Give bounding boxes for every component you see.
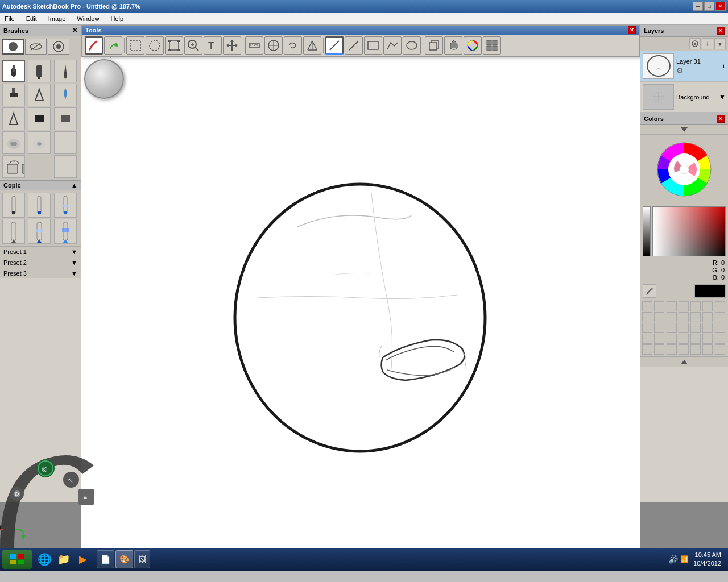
tray-volume[interactable]: 📶: [680, 555, 689, 563]
swatch-34[interactable]: [702, 344, 713, 355]
swatch-17[interactable]: [667, 323, 677, 333]
brush-cell-square-med[interactable]: [54, 107, 77, 130]
swatch-10[interactable]: [667, 312, 677, 322]
copic-cell-3[interactable]: [54, 193, 77, 218]
swatch-5[interactable]: [690, 301, 701, 311]
tool-ruler[interactable]: [245, 36, 263, 55]
brush-cell-tri-outline[interactable]: [2, 107, 25, 130]
menu-file[interactable]: File: [2, 14, 17, 23]
swatch-16[interactable]: [654, 323, 664, 333]
current-color-box[interactable]: [694, 284, 726, 298]
brush-cell-flat[interactable]: [2, 84, 25, 106]
brush-cell-empty2[interactable]: [54, 155, 77, 178]
menu-edit[interactable]: Edit: [24, 14, 39, 23]
swatch-25[interactable]: [679, 334, 689, 344]
layer-item-background[interactable]: Background ▼: [640, 82, 728, 113]
taskbar-app-sketchbook[interactable]: 🎨: [115, 550, 133, 568]
swatch-30[interactable]: [654, 344, 664, 355]
tool-paintbrush[interactable]: [85, 36, 103, 55]
close-button[interactable]: ✕: [715, 2, 726, 11]
tool-color-wheel[interactable]: [464, 36, 482, 55]
swatch-12[interactable]: [690, 312, 701, 322]
menu-help[interactable]: Help: [108, 14, 126, 23]
brushes-close-icon[interactable]: ✕: [72, 27, 77, 34]
tool-fill[interactable]: [444, 36, 462, 55]
redo-btn[interactable]: [11, 525, 27, 542]
tool-redo[interactable]: [104, 36, 122, 55]
radial-menu[interactable]: ⚙ ◎ ↖ ≡: [0, 443, 97, 548]
swatch-33[interactable]: [690, 344, 701, 355]
colors-close-btn[interactable]: ✕: [717, 115, 725, 123]
taskbar-mediaplayer[interactable]: ▶: [74, 550, 92, 568]
taskbar-explorer[interactable]: 📁: [55, 550, 73, 568]
swatch-27[interactable]: [702, 334, 713, 344]
menu-window[interactable]: Window: [75, 14, 101, 23]
swatch-4[interactable]: [679, 301, 689, 311]
swatch-18[interactable]: [679, 323, 689, 333]
swatch-14[interactable]: [715, 312, 725, 322]
copic-collapse-icon[interactable]: ▲: [71, 182, 77, 189]
swatch-13[interactable]: [702, 312, 713, 322]
preset-1-row[interactable]: Preset 1 ▼: [0, 246, 81, 257]
tray-network[interactable]: 🔊: [668, 555, 678, 564]
swatch-3[interactable]: [667, 301, 677, 311]
lightness-bar[interactable]: [643, 206, 651, 256]
tool-straight-line[interactable]: [345, 36, 363, 55]
swatch-7[interactable]: [715, 301, 725, 311]
copic-cell-4[interactable]: [2, 219, 25, 244]
tool-zoom[interactable]: [184, 36, 202, 55]
tool-select-rect[interactable]: [126, 36, 144, 55]
swatch-22[interactable]: [642, 334, 652, 344]
swatch-11[interactable]: [679, 312, 689, 322]
drawing-canvas[interactable]: [81, 51, 640, 548]
color-wheel-svg[interactable]: [652, 137, 717, 202]
taskbar-ie[interactable]: 🌐: [35, 550, 53, 568]
copic-cell-1[interactable]: [2, 193, 25, 218]
copic-cell-2[interactable]: [28, 193, 51, 218]
swatch-9[interactable]: [654, 312, 664, 322]
swatch-6[interactable]: [702, 301, 713, 311]
eyedropper-btn[interactable]: [643, 284, 656, 298]
swatch-31[interactable]: [667, 344, 677, 355]
brush-cell-airbrush-r[interactable]: [28, 131, 51, 154]
swatch-32[interactable]: [679, 344, 689, 355]
swatch-2[interactable]: [654, 301, 664, 311]
colors-expand-btn[interactable]: [640, 356, 728, 367]
tool-symmetry[interactable]: [264, 36, 283, 55]
brush-type-calligraphy[interactable]: [25, 39, 47, 55]
swatch-24[interactable]: [667, 334, 677, 344]
layers-close-btn[interactable]: ✕: [717, 27, 725, 35]
tool-polyline[interactable]: [383, 36, 402, 55]
brush-cell-airbrush-l[interactable]: [2, 131, 25, 154]
swatch-21[interactable]: [715, 323, 725, 333]
brush-type-special[interactable]: [48, 39, 69, 55]
copic-cell-6[interactable]: [54, 219, 77, 244]
taskbar-app-2[interactable]: 🖼: [134, 550, 150, 568]
start-button[interactable]: [2, 550, 32, 569]
brush-properties-dial[interactable]: Brush Properties: [84, 59, 124, 99]
tool-perspective[interactable]: [303, 36, 321, 55]
tool-smudge[interactable]: [284, 36, 302, 55]
brush-cell-water[interactable]: [54, 84, 77, 106]
layer-collapse-btn[interactable]: ▼: [714, 38, 726, 49]
brush-cell-empty1[interactable]: [54, 131, 77, 154]
swatch-26[interactable]: [690, 334, 701, 344]
brush-cell-marker[interactable]: [28, 60, 51, 82]
tool-pen-line[interactable]: [325, 36, 344, 55]
swatch-20[interactable]: [702, 323, 713, 333]
layer-bg-dropdown[interactable]: ▼: [719, 93, 726, 101]
preset-3-row[interactable]: Preset 3 ▼: [0, 268, 81, 278]
tool-rectangle[interactable]: [364, 36, 382, 55]
copic-cell-5[interactable]: [28, 219, 51, 244]
tools-close-btn[interactable]: ✕: [628, 26, 636, 34]
taskbar-app-1[interactable]: 📄: [97, 550, 114, 568]
brush-cell-ink[interactable]: [54, 60, 77, 82]
tool-ellipse[interactable]: [403, 36, 421, 55]
minimize-button[interactable]: ─: [693, 2, 703, 11]
swatch-23[interactable]: [654, 334, 664, 344]
brush-dial-circle[interactable]: [84, 59, 124, 99]
swatch-29[interactable]: [642, 344, 652, 355]
colors-dropdown-btn[interactable]: [640, 125, 728, 135]
brush-type-round[interactable]: [2, 39, 24, 55]
tool-grid[interactable]: [483, 36, 501, 55]
